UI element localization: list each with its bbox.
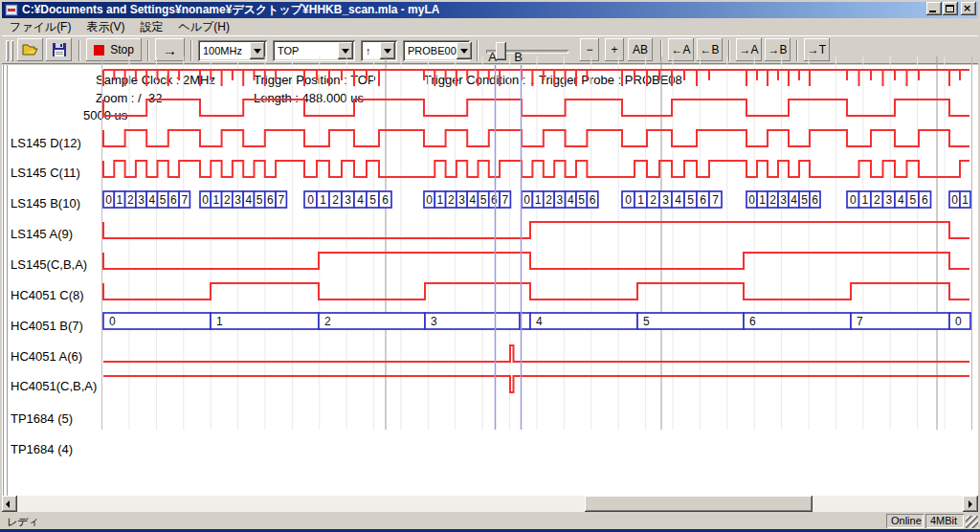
horizontal-scrollbar[interactable] — [2, 496, 978, 512]
svg-text:3: 3 — [458, 193, 465, 207]
svg-text:0: 0 — [202, 193, 209, 207]
svg-text:7: 7 — [181, 193, 188, 207]
svg-text:6: 6 — [812, 193, 818, 207]
svg-text:2: 2 — [332, 193, 339, 207]
svg-text:0: 0 — [850, 193, 857, 207]
svg-text:2: 2 — [650, 193, 657, 207]
svg-text:7: 7 — [857, 315, 863, 328]
svg-text:4: 4 — [470, 193, 477, 207]
svg-text:0: 0 — [955, 315, 962, 328]
svg-text:2: 2 — [546, 193, 552, 207]
svg-text:A: A — [488, 50, 497, 64]
svg-text:6: 6 — [590, 193, 596, 207]
svg-text:1: 1 — [535, 193, 542, 207]
svg-text:6: 6 — [491, 193, 498, 207]
svg-text:3: 3 — [780, 193, 787, 207]
svg-text:3: 3 — [431, 315, 437, 328]
svg-text:1: 1 — [437, 193, 444, 207]
waveform-panel: Sample Clock : 2MHz Trigger Position : T… — [2, 65, 978, 496]
scrollbar-thumb[interactable] — [585, 496, 813, 512]
left-arrow-icon — [6, 500, 10, 508]
svg-text:5: 5 — [480, 193, 487, 207]
svg-text:7: 7 — [278, 193, 284, 207]
svg-text:2: 2 — [874, 193, 880, 207]
scroll-left-button[interactable] — [2, 496, 17, 512]
svg-text:0: 0 — [625, 193, 632, 207]
svg-text:6: 6 — [170, 193, 177, 207]
svg-text:0: 0 — [951, 193, 958, 207]
svg-text:0: 0 — [109, 315, 116, 328]
waveform-svg[interactable]: 0123456701234567012345601234567012345601… — [0, 0, 980, 431]
svg-text:4: 4 — [675, 193, 681, 207]
status-memory: 4MBit — [925, 514, 964, 528]
svg-text:0: 0 — [105, 193, 112, 207]
svg-text:7: 7 — [712, 193, 719, 207]
svg-text:3: 3 — [345, 193, 351, 207]
svg-text:3: 3 — [138, 193, 145, 207]
svg-text:3: 3 — [662, 193, 669, 207]
svg-text:6: 6 — [749, 315, 756, 328]
svg-text:3: 3 — [885, 193, 892, 207]
svg-text:1: 1 — [320, 193, 326, 207]
svg-text:0: 0 — [523, 193, 530, 207]
svg-text:1: 1 — [962, 193, 969, 207]
svg-text:3: 3 — [557, 193, 564, 207]
svg-text:1: 1 — [759, 193, 766, 207]
svg-text:4: 4 — [898, 193, 904, 207]
scroll-right-button[interactable] — [963, 496, 978, 512]
svg-text:4: 4 — [568, 193, 574, 207]
svg-text:1: 1 — [117, 193, 123, 207]
svg-text:2: 2 — [224, 193, 231, 207]
svg-text:5: 5 — [160, 193, 167, 207]
svg-text:4: 4 — [791, 193, 797, 207]
svg-text:5: 5 — [369, 193, 376, 207]
svg-text:2: 2 — [448, 193, 455, 207]
svg-text:2: 2 — [769, 193, 776, 207]
svg-text:5: 5 — [909, 193, 916, 207]
svg-text:1: 1 — [213, 193, 220, 207]
svg-text:4: 4 — [149, 193, 156, 207]
svg-text:4: 4 — [246, 193, 253, 207]
svg-text:6: 6 — [267, 193, 274, 207]
svg-text:6: 6 — [382, 193, 389, 207]
svg-text:5: 5 — [578, 193, 585, 207]
svg-text:3: 3 — [234, 193, 241, 207]
svg-text:2: 2 — [127, 193, 134, 207]
svg-text:0: 0 — [307, 193, 314, 207]
svg-text:5: 5 — [687, 193, 694, 207]
svg-text:1: 1 — [637, 193, 644, 207]
status-bar: レディ Online 4MBit — [2, 514, 978, 529]
svg-text:4: 4 — [357, 193, 364, 207]
channel-label: TP1684 (4) — [11, 442, 73, 456]
svg-text:0: 0 — [748, 193, 755, 207]
svg-text:5: 5 — [801, 193, 808, 207]
svg-text:5: 5 — [643, 315, 650, 328]
svg-text:5: 5 — [256, 193, 263, 207]
svg-text:2: 2 — [324, 315, 331, 328]
svg-text:1: 1 — [216, 315, 223, 328]
svg-text:B: B — [514, 50, 523, 64]
svg-text:7: 7 — [501, 193, 508, 207]
svg-text:6: 6 — [922, 193, 928, 207]
resize-grip[interactable] — [966, 516, 978, 528]
svg-text:6: 6 — [700, 193, 706, 207]
svg-text:1: 1 — [861, 193, 868, 207]
svg-text:0: 0 — [426, 193, 433, 207]
svg-text:4: 4 — [536, 315, 543, 328]
status-ready: レディ — [7, 515, 39, 529]
right-arrow-icon — [969, 500, 972, 508]
status-online: Online — [886, 514, 924, 528]
